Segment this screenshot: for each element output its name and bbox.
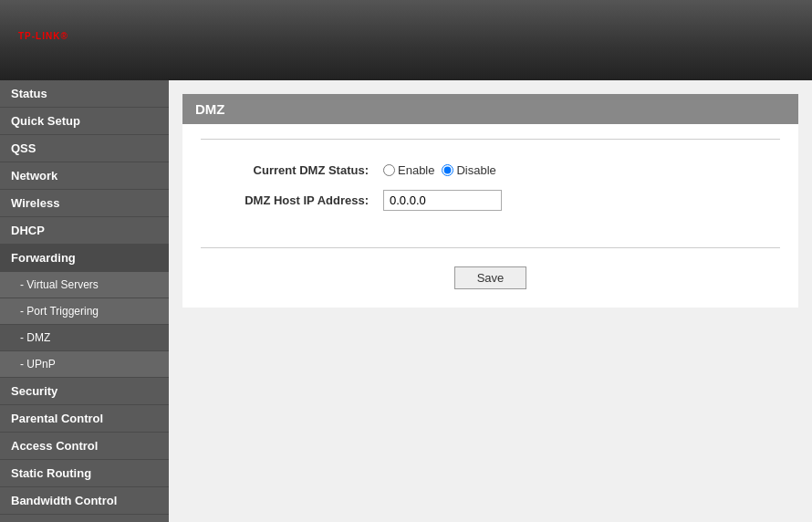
disable-label: Disable	[456, 163, 495, 177]
sidebar-item-ip-mac-binding[interactable]: IP & MAC Binding	[0, 515, 169, 522]
dmz-status-field: Enable Disable	[383, 163, 496, 177]
dmz-status-row: Current DMZ Status: Enable Disable	[201, 163, 780, 177]
sidebar-item-upnp[interactable]: - UPnP	[0, 351, 169, 378]
sidebar-item-dhcp[interactable]: DHCP	[0, 217, 169, 245]
dmz-ip-field	[383, 190, 502, 211]
save-button[interactable]: Save	[454, 266, 527, 289]
logo-symbol: ®	[60, 31, 68, 41]
sidebar-item-status[interactable]: Status	[0, 80, 169, 108]
sidebar-item-security[interactable]: Security	[0, 378, 169, 405]
main-layout: StatusQuick SetupQSSNetworkWirelessDHCPF…	[0, 80, 812, 522]
sidebar-item-virtual-servers[interactable]: - Virtual Servers	[0, 272, 169, 298]
sidebar-item-quick-setup[interactable]: Quick Setup	[0, 108, 169, 135]
save-row: Save	[182, 266, 798, 289]
dmz-ip-label: DMZ Host IP Address:	[201, 193, 383, 207]
sidebar-item-port-triggering[interactable]: - Port Triggering	[0, 298, 169, 325]
sidebar-item-bandwidth-control[interactable]: Bandwidth Control	[0, 487, 169, 515]
enable-label: Enable	[398, 163, 434, 177]
logo-text: TP-LINK	[18, 31, 60, 41]
content-area: DMZ Current DMZ Status: Enable Disable	[169, 80, 812, 522]
dmz-status-label: Current DMZ Status:	[201, 163, 383, 177]
sidebar-item-wireless[interactable]: Wireless	[0, 190, 169, 217]
sidebar-item-network[interactable]: Network	[0, 162, 169, 190]
disable-radio-label[interactable]: Disable	[442, 163, 495, 177]
dmz-ip-row: DMZ Host IP Address:	[201, 190, 780, 211]
dmz-ip-input[interactable]	[383, 190, 502, 211]
header: TP-LINK®	[0, 0, 812, 80]
enable-radio-label[interactable]: Enable	[383, 163, 434, 177]
sidebar-item-access-control[interactable]: Access Control	[0, 433, 169, 460]
logo: TP-LINK®	[18, 24, 68, 57]
section-title: DMZ	[182, 94, 798, 124]
sidebar: StatusQuick SetupQSSNetworkWirelessDHCPF…	[0, 80, 169, 522]
sidebar-item-dmz[interactable]: - DMZ	[0, 325, 169, 351]
dmz-enable-radio[interactable]	[383, 164, 395, 176]
sidebar-item-forwarding[interactable]: Forwarding	[0, 245, 169, 272]
divider-bottom	[201, 247, 780, 248]
sidebar-item-qss[interactable]: QSS	[0, 135, 169, 162]
form-table: Current DMZ Status: Enable Disable	[182, 154, 798, 233]
divider-top	[201, 139, 780, 140]
sidebar-item-parental-control[interactable]: Parental Control	[0, 405, 169, 433]
dmz-disable-radio[interactable]	[442, 164, 453, 176]
sidebar-item-static-routing[interactable]: Static Routing	[0, 460, 169, 487]
content-panel: DMZ Current DMZ Status: Enable Disable	[182, 94, 798, 308]
